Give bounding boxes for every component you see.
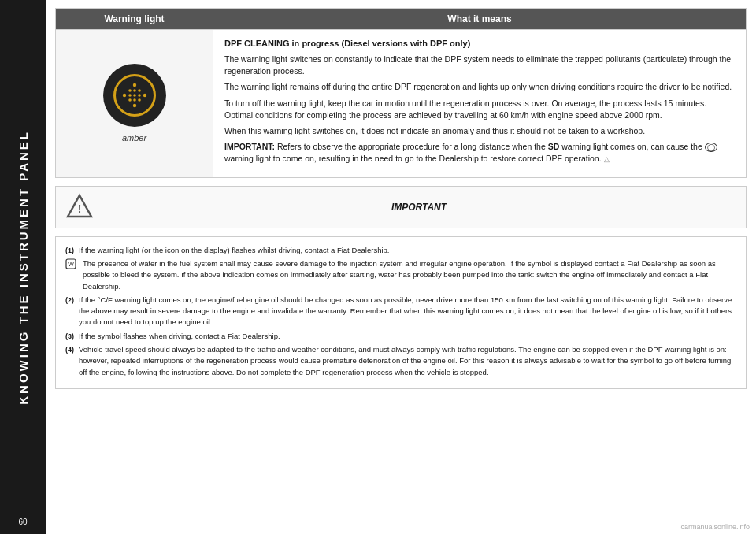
warning-table: Warning light What it means [55,8,747,178]
note-water-text: The presence of water in the fuel system… [83,258,736,292]
svg-point-8 [133,95,136,98]
meaning-cell: DPF CLEANING in progress (Diesel version… [213,30,746,177]
svg-point-1 [132,104,135,107]
note-marker-1: (1) [65,246,74,257]
meaning-important-text: Refers to observe the appropriate proced… [224,142,717,163]
note-row-4: (4) Vehicle travel speed should always b… [65,344,736,378]
svg-point-6 [138,90,141,93]
svg-point-2 [122,94,125,97]
important-title: IMPORTANT [102,202,736,213]
dpf-symbol-svg [120,81,149,109]
meaning-line-4: When this warning light switches on, it … [224,125,735,137]
watermark: carmanualsonline.info [46,523,756,531]
water-icon: W [65,258,76,269]
meaning-line-1: The warning light switches on constantly… [224,54,735,77]
notes-section: (1) If the warning light (or the icon on… [55,236,747,389]
table-row: amber DPF CLEANING in progress (Diesel v… [56,29,746,177]
dpf-icon-inner [113,74,156,117]
important-section: ! IMPORTANT [55,186,747,228]
note-row-2: (2) If the °C/F warning light comes on, … [65,295,736,328]
water-icon-placeholder: W [65,258,78,273]
meaning-line-5: IMPORTANT: Refers to observe the appropr… [224,141,735,165]
svg-point-12 [138,99,141,102]
svg-point-9 [138,95,141,98]
svg-point-7 [128,95,132,98]
svg-point-10 [128,99,132,102]
svg-point-5 [133,90,136,93]
svg-point-0 [132,83,135,87]
sidebar-label: KNOWING THE INSTRUMENT PANEL [17,130,30,405]
header-what-it-means: What it means [213,9,746,29]
main-content: Warning light What it means [46,0,756,534]
amber-label: amber [122,133,146,143]
note-row-water: W The presence of water in the fuel syst… [65,258,736,292]
svg-text:!: ! [78,202,82,215]
meaning-title: DPF CLEANING in progress (Diesel version… [224,38,735,50]
svg-point-4 [128,90,132,93]
note-row-1: (1) If the warning light (or the icon on… [65,245,736,257]
table-header: Warning light What it means [56,9,746,29]
meaning-line-2: The warning light remains off during the… [224,81,735,93]
note-row-3: (3) If the symbol flashes when driving, … [65,331,736,343]
svg-point-11 [133,99,136,102]
note-text-3: If the symbol flashes when driving, cont… [79,331,280,342]
page-number: 60 [18,517,27,526]
note-marker-3: (3) [65,332,74,343]
meaning-line-3: To turn off the warning light, keep the … [224,98,735,121]
warning-light-cell: amber [56,30,213,177]
svg-point-3 [143,94,146,97]
note-text-1: If the warning light (or the icon on the… [79,245,389,256]
header-warning-light: Warning light [56,9,213,29]
warning-triangle-icon: ! [65,193,94,221]
note-text-4: Vehicle travel speed should always be ad… [79,344,736,378]
important-prefix: IMPORTANT: [224,142,277,151]
sidebar: KNOWING THE INSTRUMENT PANEL 60 [0,0,46,534]
note-text-2: If the °C/F warning light comes on, the … [79,295,736,328]
note-marker-2: (2) [65,295,74,306]
dpf-icon-container [103,64,166,127]
note-marker-4: (4) [65,345,74,356]
svg-text:W: W [68,261,74,268]
